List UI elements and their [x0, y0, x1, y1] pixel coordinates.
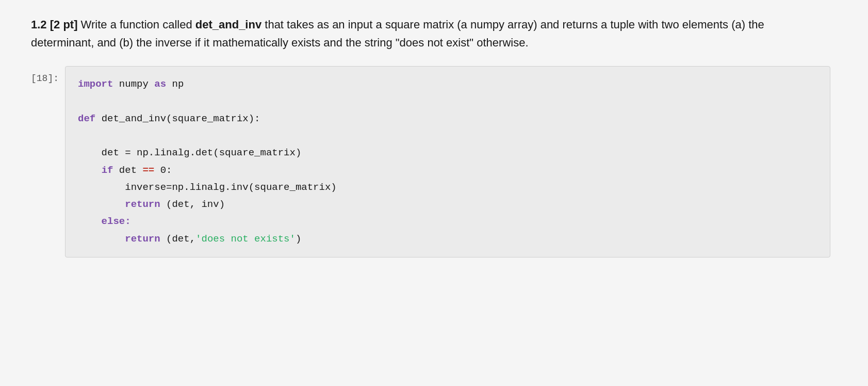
- code-empty-2: [78, 127, 817, 144]
- question-text: 1.2 [2 pt] Write a function called det_a…: [31, 15, 805, 52]
- code-cell: [18]: import numpy as np def det_and_inv…: [31, 66, 830, 258]
- code-line-7: else:: [78, 213, 817, 230]
- question-number: 1.2 [2 pt]: [31, 18, 77, 31]
- code-line-3: det = np.linalg.det(square_matrix): [78, 144, 817, 162]
- code-line-8: return (det,'does not exists'): [78, 231, 817, 248]
- question-container: 1.2 [2 pt] Write a function called det_a…: [31, 15, 837, 258]
- code-block[interactable]: import numpy as np def det_and_inv(squar…: [65, 66, 830, 258]
- cell-label: [18]:: [31, 66, 65, 84]
- code-empty-1: [78, 93, 817, 110]
- code-line-2: def det_and_inv(square_matrix):: [78, 110, 817, 127]
- function-name: det_and_inv: [195, 18, 261, 31]
- code-line-5: inverse=np.linalg.inv(square_matrix): [78, 179, 817, 196]
- code-line-4: if det == 0:: [78, 162, 817, 179]
- code-line-1: import numpy as np: [78, 76, 817, 93]
- code-line-6: return (det, inv): [78, 196, 817, 213]
